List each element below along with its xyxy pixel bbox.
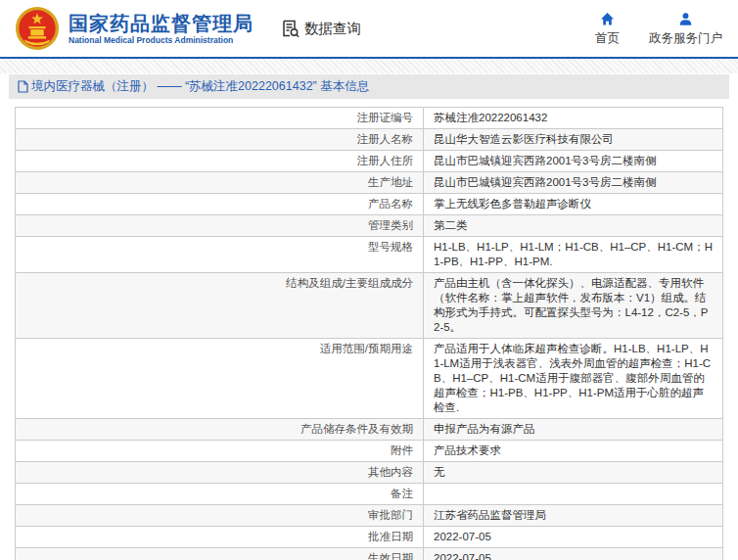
table-row: 其他内容无 [16, 462, 722, 484]
row-label: 管理类别 [368, 218, 413, 233]
nav-label-portal: 政务服务门户 [649, 30, 722, 47]
row-label: 产品储存条件及有效期 [300, 422, 413, 437]
row-label: 审批部门 [368, 508, 413, 523]
document-icon [18, 80, 28, 93]
site-title: 国家药品监督管理局 [69, 13, 254, 35]
china-national-emblem-icon [15, 6, 60, 51]
row-value: 掌上无线彩色多普勒超声诊断仪 [424, 194, 722, 214]
row-label: 批准日期 [368, 530, 413, 544]
row-value: H1-LB、H1-LP、H1-LM；H1-CB、H1–CP、H1-CM；H1-P… [424, 237, 722, 272]
table-row: 注册人住所昆山市巴城镇迎宾西路2001号3号房二楼南侧 [16, 151, 722, 172]
table-row: 产品名称掌上无线彩色多普勒超声诊断仪 [16, 194, 722, 215]
row-value: 昆山市巴城镇迎宾西路2001号3号房二楼南侧 [424, 172, 722, 193]
home-icon [600, 12, 615, 26]
table-row: 产品储存条件及有效期申报产品为有源产品 [16, 419, 722, 441]
document-search-icon [281, 19, 300, 38]
data-query-label: 数据查询 [304, 20, 361, 38]
table-row: 型号规格H1-LB、H1-LP、H1-LM；H1-CB、H1–CP、H1-CM；… [16, 237, 722, 273]
row-label: 附件 [391, 443, 413, 458]
table-row: 适用范围/预期用途产品适用于人体临床超声检查诊断。H1-LB、H1-LP、H1-… [16, 339, 722, 419]
breadcrumb: 境内医疗器械（注册） —— “苏械注准20222061432” 基本信息 [9, 74, 729, 99]
nav-item-portal[interactable]: 政务服务门户 [649, 10, 722, 47]
row-label: 型号规格 [368, 240, 413, 255]
table-row: 注册证编号苏械注准20222061432 [16, 108, 722, 129]
row-value: 2022-07-05 [424, 527, 722, 547]
row-value: 第二类 [424, 215, 722, 236]
table-row: 生效日期2022-07-05 [16, 548, 722, 560]
site-header: 国家药品监督管理局 National Medical Products Admi… [0, 0, 738, 59]
hatched-divider [0, 59, 738, 73]
row-label: 产品名称 [368, 197, 413, 211]
row-label: 注册人住所 [357, 154, 414, 168]
row-label: 生效日期 [368, 551, 413, 560]
nav-item-home[interactable]: 首页 [595, 10, 620, 47]
row-label: 注册证编号 [357, 111, 414, 125]
data-query-button[interactable]: 数据查询 [281, 19, 361, 38]
row-label: 结构及组成/主要组成成分 [286, 276, 413, 291]
registration-info-table: 注册证编号苏械注准20222061432 注册人名称昆山华大智造云影医疗科技有限… [15, 107, 723, 560]
brand-block: 国家药品监督管理局 National Medical Products Admi… [69, 13, 254, 45]
person-icon [678, 12, 693, 26]
row-value: 产品适用于人体临床超声检查诊断。H1-LB、H1-LP、H1-LM适用于浅表器官… [424, 339, 722, 418]
table-row: 附件产品技术要求 [16, 441, 722, 462]
top-nav: 首页 政务服务门户 [595, 10, 722, 47]
row-value: 2022-07-05 [424, 548, 722, 560]
table-row: 批准日期2022-07-05 [16, 527, 722, 548]
breadcrumb-text: 境内医疗器械（注册） —— “苏械注准20222061432” 基本信息 [31, 78, 369, 95]
table-row: 结构及组成/主要组成成分产品由主机（含一体化探头）、电源适配器、专用软件（软件名… [16, 273, 722, 339]
table-row: 备注 [16, 484, 722, 505]
row-value: 无 [424, 462, 722, 483]
site-subtitle: National Medical Products Administration [69, 35, 254, 45]
row-label: 适用范围/预期用途 [320, 342, 413, 356]
table-row: 审批部门江苏省药品监督管理局 [16, 505, 722, 527]
row-value: 昆山华大智造云影医疗科技有限公司 [424, 129, 722, 150]
row-value: 产品由主机（含一体化探头）、电源适配器、专用软件（软件名称：掌上超声软件，发布版… [424, 273, 722, 338]
row-value: 产品技术要求 [424, 441, 722, 461]
row-value: 苏械注准20222061432 [424, 108, 722, 128]
row-label: 其他内容 [368, 465, 413, 480]
row-label: 备注 [391, 487, 413, 501]
row-label: 注册人名称 [357, 132, 414, 147]
table-row: 管理类别第二类 [16, 215, 722, 237]
row-value: 申报产品为有源产品 [424, 419, 722, 440]
row-value: 江苏省药品监督管理局 [424, 505, 722, 526]
row-value: 昆山市巴城镇迎宾西路2001号3号房二楼南侧 [424, 151, 722, 171]
table-row: 注册人名称昆山华大智造云影医疗科技有限公司 [16, 129, 722, 151]
row-label: 生产地址 [368, 175, 413, 190]
table-row: 生产地址昆山市巴城镇迎宾西路2001号3号房二楼南侧 [16, 172, 722, 194]
row-value [424, 484, 722, 504]
nav-label-home: 首页 [595, 30, 620, 47]
